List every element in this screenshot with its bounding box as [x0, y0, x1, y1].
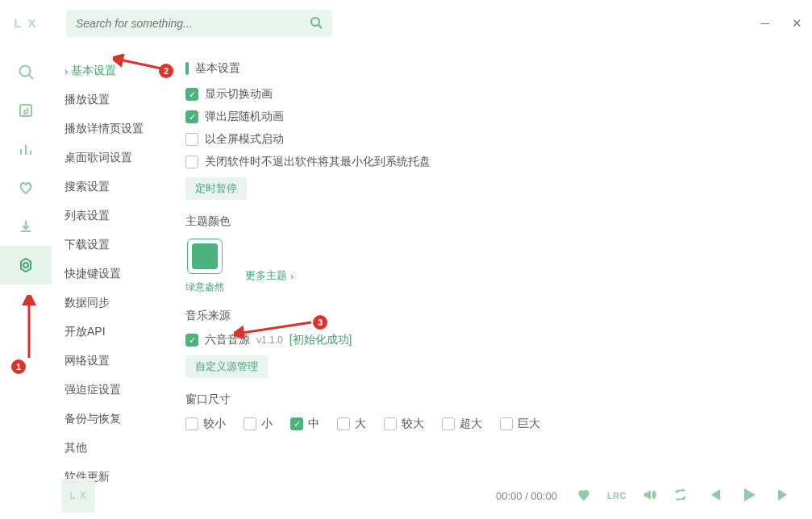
play-button[interactable]	[739, 485, 759, 507]
swatch-fill	[192, 243, 218, 269]
app-root: L X ─ ✕ ›基本设置 播放设置 播放详情页设置 桌面歌词设置	[0, 0, 812, 519]
source-item[interactable]: 六音音源 v1.1.0 [初始化成功]	[185, 333, 797, 347]
checkbox[interactable]	[185, 110, 198, 123]
winsz-m[interactable]: 中	[290, 417, 319, 431]
more-themes-link[interactable]: 更多主题›	[245, 268, 294, 283]
time-display: 00:00 / 00:00	[496, 490, 557, 502]
setnav-label: 数据同步	[65, 296, 110, 310]
checkbox[interactable]	[384, 417, 397, 430]
setnav-other[interactable]: 其他	[61, 434, 173, 463]
setnav-label: 播放详情页设置	[65, 122, 144, 136]
music-list-icon	[18, 102, 34, 118]
rail-settings[interactable]	[0, 246, 52, 284]
winsz-xl[interactable]: 较大	[384, 417, 424, 431]
setnav-network[interactable]: 网络设置	[61, 347, 173, 376]
like-button[interactable]	[577, 488, 591, 504]
rail-downloads[interactable]	[0, 207, 52, 246]
setnav-download[interactable]: 下载设置	[61, 230, 173, 260]
svg-point-7	[23, 263, 28, 268]
download-icon	[18, 218, 34, 235]
checkbox[interactable]	[500, 417, 513, 430]
mini-logo[interactable]: L X	[61, 479, 95, 513]
setnav-play[interactable]: 播放设置	[61, 85, 173, 114]
setnav-label: 备份与恢复	[65, 412, 121, 426]
rail-search[interactable]	[0, 52, 52, 91]
rail-favorites[interactable]	[0, 168, 52, 207]
search-input[interactable]	[76, 17, 310, 30]
svg-point-8	[311, 18, 319, 26]
lyrics-button[interactable]: LRC	[607, 491, 627, 500]
opt-label: 关闭软件时不退出软件将其最小化到系统托盘	[205, 155, 431, 169]
setnav-label: 桌面歌词设置	[65, 151, 132, 165]
checkbox[interactable]	[244, 417, 256, 430]
settings-nav: ›基本设置 播放设置 播放详情页设置 桌面歌词设置 搜索设置 列表设置 下载设置…	[52, 47, 173, 472]
checkbox[interactable]	[185, 88, 198, 101]
setnav-backup[interactable]: 备份与恢复	[61, 405, 173, 434]
winsize-options: 较小 小 中 大 较大 超大 巨大	[185, 417, 797, 431]
rail-songlist[interactable]	[0, 91, 52, 130]
chevron-right-icon: ›	[65, 65, 68, 77]
setnav-label: 播放设置	[65, 93, 110, 107]
logo: L X	[14, 16, 37, 30]
checkbox[interactable]	[185, 417, 198, 430]
opt-fullscreen[interactable]: 以全屏模式启动	[185, 132, 797, 147]
loop-button[interactable]	[673, 488, 688, 504]
chevron-right-icon: ›	[290, 270, 294, 282]
setnav-label: 基本设置	[71, 64, 116, 78]
setnav-search[interactable]: 搜索设置	[61, 172, 173, 201]
left-rail: L X	[0, 0, 52, 519]
winsz-s[interactable]: 小	[244, 417, 273, 431]
custom-source-button[interactable]: 自定义源管理	[185, 355, 268, 378]
setnav-label: 下载设置	[65, 238, 110, 252]
search-box[interactable]	[66, 10, 332, 37]
swatch-border	[187, 239, 223, 274]
svg-line-9	[319, 25, 322, 28]
opt-show-anim[interactable]: 显示切换动画	[185, 87, 797, 102]
checkbox[interactable]	[185, 334, 198, 347]
setnav-ocd[interactable]: 强迫症设置	[61, 376, 173, 405]
close-button[interactable]: ✕	[792, 16, 802, 31]
theme-title: 主题颜色	[185, 214, 797, 229]
winsz-huge[interactable]: 巨大	[500, 417, 540, 431]
next-button[interactable]	[775, 485, 794, 507]
checkbox[interactable]	[185, 156, 198, 168]
setnav-label: 列表设置	[65, 209, 110, 223]
setnav-basic[interactable]: ›基本设置	[61, 56, 173, 85]
settings-icon	[18, 257, 34, 273]
svg-line-1	[29, 75, 33, 79]
heart-icon	[18, 180, 34, 196]
rail-ranking[interactable]	[0, 130, 52, 168]
svg-point-0	[20, 66, 31, 77]
minimize-button[interactable]: ─	[760, 16, 769, 31]
prev-button[interactable]	[704, 485, 723, 507]
search-submit-icon[interactable]	[310, 16, 323, 31]
swatch-label: 绿意盎然	[185, 280, 224, 294]
checkbox[interactable]	[185, 133, 198, 146]
chart-icon	[18, 141, 34, 157]
setnav-desktop-lyrics[interactable]: 桌面歌词设置	[61, 143, 173, 172]
checkbox[interactable]	[290, 417, 303, 430]
winsz-xxl[interactable]: 超大	[442, 417, 482, 431]
setnav-list[interactable]: 列表设置	[61, 201, 173, 230]
opt-popup-anim[interactable]: 弹出层随机动画	[185, 110, 797, 124]
setnav-sync[interactable]: 数据同步	[61, 289, 173, 318]
window-controls: ─ ✕	[760, 16, 802, 31]
volume-button[interactable]	[643, 488, 657, 504]
setnav-label: 快捷键设置	[65, 267, 121, 281]
opt-tray[interactable]: 关闭软件时不退出软件将其最小化到系统托盘	[185, 155, 797, 169]
source-version: v1.1.0	[256, 334, 283, 346]
theme-swatch[interactable]: 绿意盎然	[185, 239, 224, 294]
winsz-l[interactable]: 大	[337, 417, 366, 431]
timed-pause-button[interactable]: 定时暂停	[185, 177, 247, 200]
checkbox[interactable]	[337, 417, 350, 430]
setnav-api[interactable]: 开放API	[61, 318, 173, 347]
setnav-hotkey[interactable]: 快捷键设置	[61, 260, 173, 289]
source-status: [初始化成功]	[289, 333, 352, 347]
checkbox[interactable]	[442, 417, 455, 430]
setnav-label: 网络设置	[65, 354, 110, 368]
setnav-detail[interactable]: 播放详情页设置	[61, 114, 173, 143]
source-title: 音乐来源	[185, 309, 797, 323]
setnav-label: 强迫症设置	[65, 383, 121, 397]
setnav-label: 开放API	[65, 325, 106, 339]
winsz-xs[interactable]: 较小	[185, 417, 226, 431]
